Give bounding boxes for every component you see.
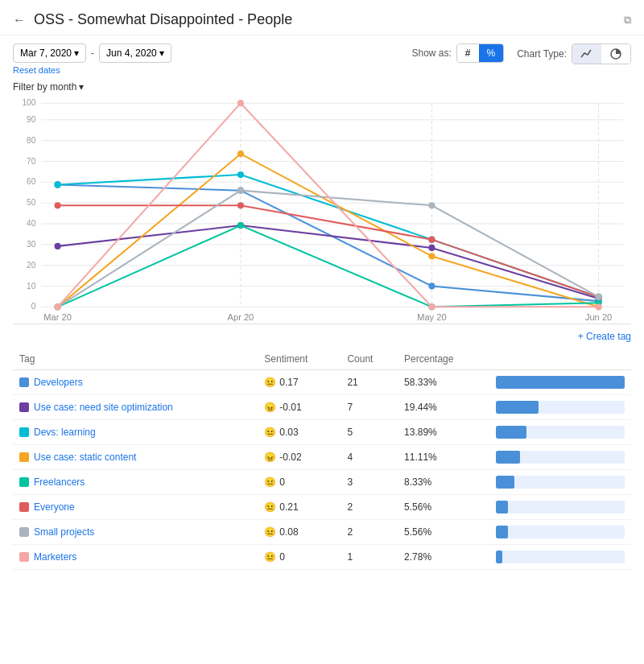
svg-text:May 20: May 20 [417, 312, 446, 322]
col-bar [489, 348, 631, 370]
tag-color-0 [19, 377, 29, 387]
col-percentage: Percentage [398, 348, 489, 370]
controls-bar: Mar 7, 2020▾ - Jun 4, 2020▾ Reset dates … [0, 35, 644, 78]
table-row: Use case: static content 😠 -0.02 4 11.11… [13, 445, 631, 470]
tag-cell-5: Everyone [13, 495, 258, 520]
line-chart-icon [580, 47, 593, 60]
svg-text:100: 100 [22, 99, 35, 107]
show-as-pct-button[interactable]: % [479, 44, 504, 62]
tag-name-0[interactable]: Developers [34, 377, 83, 388]
table-row: Marketers 😐 0 1 2.78% [13, 545, 631, 570]
svg-point-51 [237, 188, 244, 194]
date-separator: - [89, 47, 96, 59]
percentage-cell-5: 5.56% [398, 495, 489, 520]
tag-color-7 [19, 552, 29, 562]
tag-cell-7: Marketers [13, 545, 258, 570]
sentiment-value-6: 0.08 [279, 526, 298, 538]
sentiment-emoji-2: 😐 [264, 427, 276, 438]
tag-color-4 [19, 477, 29, 487]
svg-point-39 [237, 151, 244, 157]
tag-cell-1: Use case: need site optimization [13, 395, 258, 420]
show-as-hash-button[interactable]: # [457, 44, 479, 62]
sentiment-emoji-0: 😐 [264, 377, 276, 388]
table-row: Use case: need site optimization 😠 -0.01… [13, 395, 631, 420]
sentiment-cell-2: 😐 0.03 [258, 420, 341, 445]
page-title: OSS - Somewhat Disappointed - People [34, 11, 617, 28]
date-start-button[interactable]: Mar 7, 2020▾ [13, 43, 86, 63]
sentiment-value-7: 0 [279, 551, 285, 563]
svg-point-47 [237, 202, 244, 208]
tag-cell-4: Freelancers [13, 470, 258, 495]
show-as-buttons: # % [456, 43, 504, 63]
svg-text:70: 70 [27, 157, 36, 166]
svg-point-40 [428, 253, 435, 259]
table-row: Devs: learning 😐 0.03 5 13.89% [13, 420, 631, 445]
svg-text:20: 20 [27, 261, 36, 270]
sentiment-value-1: -0.01 [279, 402, 301, 413]
sentiment-emoji-4: 😐 [264, 476, 276, 488]
sentiment-value-5: 0.21 [279, 501, 298, 513]
create-tag-button[interactable]: + Create tag [578, 331, 631, 342]
bar-cell-3 [489, 445, 631, 470]
date-end-button[interactable]: Jun 4, 2020▾ [99, 43, 171, 63]
show-as-label: Show as: [411, 47, 451, 59]
tag-cell-0: Developers [13, 370, 258, 395]
tag-color-6 [19, 527, 29, 537]
tag-name-6[interactable]: Small projects [34, 526, 94, 538]
bar-cell-4 [489, 470, 631, 495]
tags-table-container: Tag Sentiment Count Percentage Developer… [0, 348, 644, 570]
svg-text:30: 30 [27, 240, 36, 249]
count-cell-4: 3 [341, 470, 398, 495]
svg-point-55 [237, 100, 244, 106]
tag-name-5[interactable]: Everyone [34, 501, 75, 513]
svg-point-48 [428, 237, 435, 243]
tag-color-1 [19, 402, 29, 412]
tag-color-2 [19, 427, 29, 437]
back-button[interactable]: ← [13, 13, 26, 27]
tag-name-4[interactable]: Freelancers [34, 476, 85, 488]
svg-text:80: 80 [27, 136, 36, 145]
tag-name-7[interactable]: Marketers [34, 551, 76, 563]
sentiment-value-4: 0 [279, 476, 285, 488]
tag-cell-6: Small projects [13, 520, 258, 545]
chart-type-control: Chart Type: [517, 43, 631, 64]
svg-text:Jun 20: Jun 20 [585, 312, 612, 322]
bar-cell-5 [489, 495, 631, 520]
pie-chart-button[interactable] [601, 44, 630, 64]
svg-point-53 [596, 294, 602, 300]
sentiment-emoji-5: 😐 [264, 501, 276, 513]
reset-dates-link[interactable]: Reset dates [13, 65, 171, 75]
tag-cell-2: Devs: learning [13, 420, 258, 445]
count-cell-6: 2 [341, 520, 398, 545]
tag-name-2[interactable]: Devs: learning [34, 427, 96, 438]
svg-point-30 [55, 243, 61, 250]
count-cell-7: 1 [341, 545, 398, 570]
svg-point-43 [237, 222, 244, 229]
svg-point-54 [55, 303, 61, 310]
sentiment-cell-7: 😐 0 [258, 545, 341, 570]
svg-text:60: 60 [27, 177, 36, 186]
sentiment-cell-6: 😐 0.08 [258, 520, 341, 545]
tags-table: Tag Sentiment Count Percentage Developer… [13, 348, 631, 570]
tag-name-1[interactable]: Use case: need site optimization [34, 402, 173, 413]
count-cell-1: 7 [341, 395, 398, 420]
external-link-icon[interactable]: ⧉ [624, 14, 631, 27]
table-row: Small projects 😐 0.08 2 5.56% [13, 520, 631, 545]
percentage-cell-0: 58.33% [398, 370, 489, 395]
line-chart-svg: 0 10 20 30 40 50 60 70 80 90 100 [13, 99, 631, 324]
line-chart-button[interactable] [572, 44, 601, 64]
count-cell-2: 5 [341, 420, 398, 445]
chart-area: 0 10 20 30 40 50 60 70 80 90 100 [13, 99, 631, 324]
sentiment-cell-3: 😠 -0.02 [258, 445, 341, 470]
percentage-cell-2: 13.89% [398, 420, 489, 445]
count-cell-0: 21 [341, 370, 398, 395]
svg-text:90: 90 [27, 115, 36, 124]
bar-cell-7 [489, 545, 631, 570]
filter-row: Filter by month ▾ [0, 78, 644, 99]
filter-by-month-button[interactable]: Filter by month ▾ [13, 81, 84, 93]
tag-name-3[interactable]: Use case: static content [34, 452, 136, 463]
table-row: Developers 😐 0.17 21 58.33% [13, 370, 631, 395]
sentiment-value-3: -0.02 [279, 452, 301, 463]
tag-color-3 [19, 452, 29, 462]
bar-cell-0 [489, 370, 631, 395]
